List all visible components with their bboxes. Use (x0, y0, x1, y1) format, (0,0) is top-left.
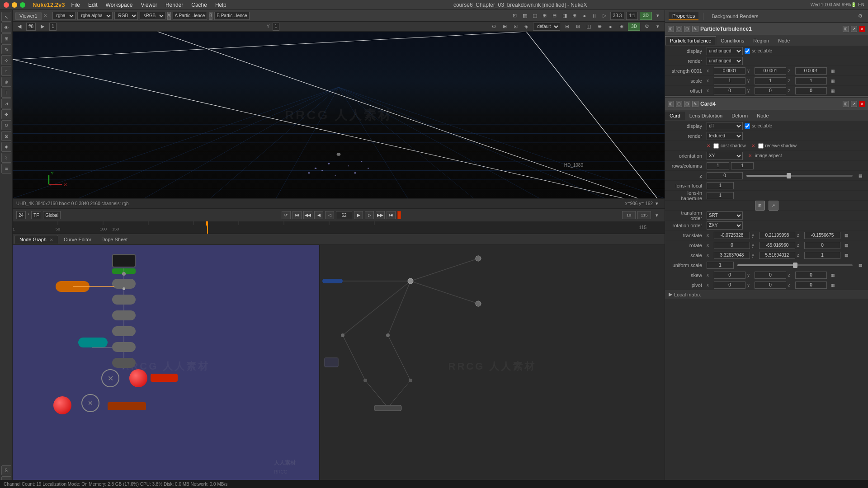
viewer-more-btn[interactable]: ▾ (654, 12, 662, 20)
viewer-icon8[interactable]: ⊕ (595, 23, 604, 31)
card4-z-slider-handle[interactable] (787, 173, 791, 178)
tab-dope-sheet[interactable]: Dope Sheet (97, 235, 132, 244)
pt-tab-region[interactable]: Region (749, 37, 774, 45)
frame-input[interactable] (336, 211, 352, 219)
viewer-icon5[interactable]: ⊟ (563, 23, 571, 31)
card4-uniform-scale-input[interactable] (707, 262, 734, 269)
card4-sx-input[interactable] (714, 252, 750, 259)
toolbar-btn-scale[interactable]: ⊠ (1, 131, 11, 141)
card4-tab-card[interactable]: Card (665, 112, 685, 120)
card4-scale-expand[interactable]: ▦ (842, 251, 850, 259)
traffic-light-green[interactable] (20, 2, 25, 8)
pt-scale-x[interactable] (714, 77, 745, 84)
node-orange[interactable] (56, 281, 90, 292)
toolbar-btn-select[interactable]: ⊹ (1, 55, 11, 65)
end-btn[interactable]: ⏭ (387, 211, 396, 219)
node-red-bar[interactable] (151, 374, 178, 382)
toolbar-btn-warp[interactable]: ≋ (1, 164, 11, 174)
pt-scale-z[interactable] (795, 77, 827, 84)
menu-cache[interactable]: Cache (188, 1, 211, 9)
pt-render-select[interactable]: unchanged (707, 57, 743, 65)
pt-maximize-btn[interactable]: ⊞ (843, 26, 849, 32)
card4-translate-expand[interactable]: ▦ (842, 231, 850, 239)
traffic-light-yellow[interactable] (12, 2, 17, 8)
card4-transform-icon1[interactable]: ⊞ (755, 201, 765, 211)
toolbar-btn-crop[interactable]: ⊞ (1, 33, 11, 43)
pt-strength-y[interactable] (755, 67, 786, 75)
pt-selectable-check[interactable] (745, 48, 750, 54)
card4-cols-input[interactable] (731, 162, 754, 169)
viewer-btn-gain[interactable]: ● (580, 12, 589, 20)
viewer-icon2[interactable]: ⊞ (500, 23, 509, 31)
card4-rows-input[interactable] (707, 162, 729, 169)
node-green-bar[interactable] (112, 268, 136, 274)
props-tab-properties[interactable]: Properties (669, 12, 698, 20)
graph-panel-2[interactable]: RRCG 人人素材 (320, 245, 665, 488)
card4-sy-input[interactable] (759, 252, 795, 259)
card4-render-select[interactable]: texturedoff (707, 132, 743, 140)
card4-pvy-input[interactable] (755, 282, 786, 289)
viewer-btn-mask[interactable]: ▨ (521, 12, 529, 20)
pt-tab-node[interactable]: Node (774, 37, 794, 45)
node-gray-3[interactable] (112, 310, 136, 320)
play-btn[interactable]: ▶ (354, 211, 363, 219)
card4-tab-lens[interactable]: Lens Distortion (685, 112, 727, 120)
node-gray-5[interactable] (112, 342, 136, 352)
card4-rz-input[interactable] (804, 242, 840, 249)
pt-offset-expand[interactable]: ▦ (829, 87, 837, 95)
pt-icon-btn1[interactable]: ⊞ (668, 26, 674, 32)
alpha-select[interactable]: rgba.alpha (77, 12, 113, 20)
node-black-box[interactable] (112, 254, 136, 267)
node-graph-tab-close[interactable]: ✕ (50, 238, 53, 242)
card4-tab-node[interactable]: Node (752, 112, 773, 120)
frame-forward-btn[interactable]: ▶ (38, 23, 47, 31)
pt-icon-btn4[interactable]: ✎ (692, 26, 698, 32)
toolbar-btn-spline[interactable]: ⌇ (1, 153, 11, 163)
record-btn[interactable] (397, 211, 401, 219)
viewer-tab[interactable]: Viewer1 (15, 12, 42, 20)
menu-workspace[interactable]: Workspace (102, 1, 137, 9)
pt-scale-expand[interactable]: ▦ (829, 77, 837, 85)
toolbar-btn-clone[interactable]: ⊕ (1, 77, 11, 87)
toolbar-btn-arrow[interactable]: ↖ (1, 12, 11, 22)
card4-skx-input[interactable] (714, 272, 745, 279)
card4-rx-input[interactable] (714, 242, 750, 249)
node-gray-2[interactable] (112, 295, 136, 305)
viewer-btn-roi[interactable]: ⊡ (511, 12, 519, 20)
timeline-settings-btn[interactable]: ▾ (653, 211, 661, 219)
card4-uniform-expand[interactable]: ▦ (856, 261, 864, 269)
card4-receive-shadow-check[interactable] (758, 143, 764, 149)
slow-fwd-btn[interactable]: ▷ (365, 211, 374, 219)
viewer-icon1[interactable]: ⊙ (490, 23, 498, 31)
viewer-btn-pause[interactable]: ⏸ (590, 12, 599, 20)
viewer-icon9[interactable]: ● (606, 23, 614, 31)
menu-help[interactable]: Help (212, 1, 230, 9)
viewer-btn-grid[interactable]: ⊞ (541, 12, 549, 20)
rgba-select[interactable]: rgbargb (52, 12, 75, 20)
card4-lens-hap-input[interactable] (707, 192, 734, 199)
pt-close-btn[interactable]: ✕ (859, 26, 865, 32)
node-graph-panel[interactable]: RRCG 人人素材 (13, 245, 320, 488)
input-b-selector[interactable]: B Partic...lence (214, 12, 249, 20)
pt-offset-x[interactable] (714, 87, 745, 94)
card4-icon-btn1[interactable]: ⊞ (668, 101, 674, 107)
card4-lens-focal-input[interactable] (707, 182, 734, 189)
node-dark-red-bar[interactable] (108, 402, 146, 410)
card4-sky-input[interactable] (755, 272, 786, 279)
toolbar-btn-mask[interactable]: ○ (1, 66, 11, 76)
pt-scale-y[interactable] (755, 77, 786, 84)
pt-strength-expand[interactable]: ▦ (829, 67, 837, 75)
card4-pivot-expand[interactable]: ▦ (829, 281, 837, 289)
node-gray-1[interactable] (112, 279, 136, 289)
card4-pvz-input[interactable] (795, 282, 827, 289)
toolbar-btn-paint[interactable]: ✎ (1, 44, 11, 54)
viewer-btn-render[interactable]: ▷ (600, 12, 609, 20)
card4-pvx-input[interactable] (714, 282, 745, 289)
card4-tz-input[interactable] (804, 232, 840, 239)
toolbar-btn-script[interactable]: S (1, 465, 11, 475)
card4-ry-input[interactable] (759, 242, 795, 249)
card4-tx-input[interactable] (714, 232, 750, 239)
card4-close-btn[interactable]: ✕ (859, 101, 865, 107)
tab-curve-editor[interactable]: Curve Editor (59, 235, 96, 244)
card4-z-input[interactable] (707, 172, 743, 179)
